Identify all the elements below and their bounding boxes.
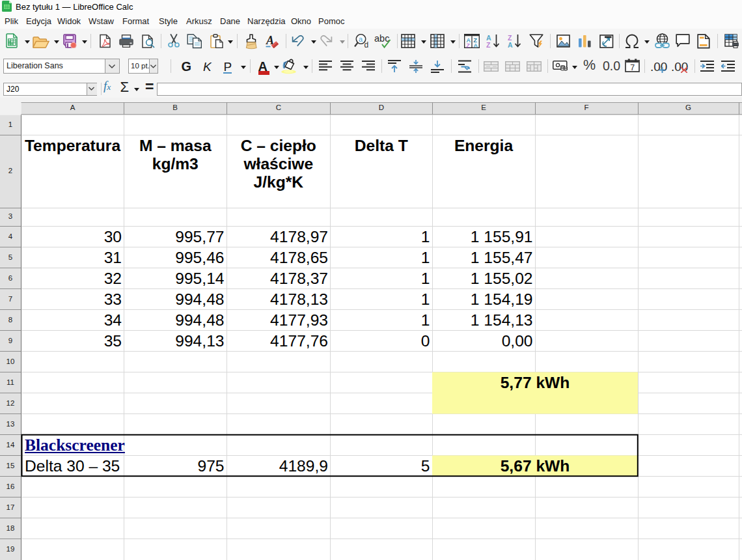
svg-text:Z: Z: [486, 41, 491, 48]
svg-text:d: d: [364, 40, 369, 49]
svg-text:A: A: [473, 41, 478, 48]
svg-text:A: A: [486, 34, 491, 42]
svg-text:Z: Z: [508, 34, 512, 42]
svg-text:A: A: [508, 41, 513, 48]
svg-text:a: a: [359, 35, 363, 43]
svg-text:abc: abc: [374, 33, 389, 44]
svg-text:7: 7: [630, 63, 635, 72]
svg-text:Z: Z: [466, 41, 470, 48]
